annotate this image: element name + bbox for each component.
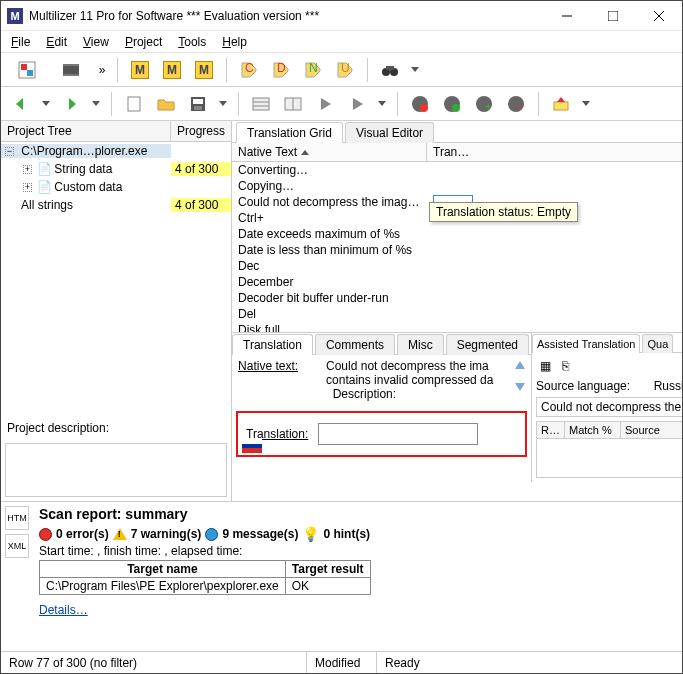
reel-red-button[interactable] bbox=[406, 90, 434, 118]
tree-string-data-row[interactable]: + 📄 String data 4 of 300 bbox=[1, 160, 231, 178]
build-dropdown[interactable] bbox=[579, 101, 593, 106]
report-title: Scan report: summary bbox=[39, 506, 674, 522]
expand-icon[interactable]: + bbox=[23, 183, 32, 192]
overflow-icon[interactable]: » bbox=[95, 63, 109, 77]
play2-button[interactable] bbox=[343, 90, 371, 118]
svg-rect-21 bbox=[253, 98, 269, 110]
col-tran[interactable]: Tran… bbox=[427, 143, 683, 161]
assist-btn-2[interactable]: ⎘ bbox=[556, 357, 574, 375]
grid-row[interactable]: Date exceeds maximum of %s bbox=[232, 226, 683, 242]
grid-row[interactable]: Del bbox=[232, 306, 683, 322]
tree-all-strings-row[interactable]: All strings 4 of 300 bbox=[1, 196, 231, 214]
forward-dropdown[interactable] bbox=[89, 101, 103, 106]
grid-cell-native: Del bbox=[232, 307, 427, 321]
tag-c-button[interactable]: C bbox=[235, 56, 263, 84]
menubar: File Edit View Project Tools Help bbox=[1, 31, 682, 53]
binoculars-button[interactable] bbox=[376, 56, 404, 84]
grid-pane: Translation Grid Visual Editor Native Te… bbox=[232, 121, 683, 501]
assist-btn-1[interactable]: ▦ bbox=[536, 357, 554, 375]
svg-text:N: N bbox=[309, 61, 318, 75]
forward-button[interactable] bbox=[57, 90, 85, 118]
tab-translation-grid[interactable]: Translation Grid bbox=[236, 122, 343, 143]
open-button[interactable] bbox=[152, 90, 180, 118]
tree-header-progress[interactable]: Progress bbox=[171, 121, 231, 141]
tab-qa[interactable]: Qua bbox=[642, 334, 673, 353]
minimize-button[interactable] bbox=[544, 1, 590, 31]
assist-col-source[interactable]: Source bbox=[621, 422, 683, 438]
project-desc-box[interactable] bbox=[5, 443, 227, 497]
menu-tools[interactable]: Tools bbox=[172, 33, 212, 51]
menu-project[interactable]: Project bbox=[119, 33, 168, 51]
col-native[interactable]: Native Text bbox=[232, 143, 427, 161]
m-button-1[interactable]: M bbox=[126, 56, 154, 84]
grid-row[interactable]: Converting… bbox=[232, 162, 683, 178]
m-button-2[interactable]: M bbox=[158, 56, 186, 84]
new-button[interactable] bbox=[120, 90, 148, 118]
reel-green-button[interactable] bbox=[438, 90, 466, 118]
grid-button-2[interactable] bbox=[279, 90, 307, 118]
save-dropdown[interactable] bbox=[216, 101, 230, 106]
tab-comments[interactable]: Comments bbox=[315, 334, 395, 355]
grid-row[interactable]: December bbox=[232, 274, 683, 290]
reel-minus-button[interactable]: − bbox=[502, 90, 530, 118]
save-button[interactable] bbox=[184, 90, 212, 118]
play-dropdown[interactable] bbox=[375, 101, 389, 106]
grid-row[interactable]: Date is less than minimum of %s bbox=[232, 242, 683, 258]
grid-tabs: Translation Grid Visual Editor bbox=[232, 121, 683, 143]
build-button[interactable] bbox=[547, 90, 575, 118]
maximize-button[interactable] bbox=[590, 1, 636, 31]
menu-help[interactable]: Help bbox=[216, 33, 253, 51]
tab-misc[interactable]: Misc bbox=[397, 334, 444, 355]
assist-col-match[interactable]: Match % bbox=[565, 422, 621, 438]
html-report-icon[interactable]: HTM bbox=[5, 506, 29, 530]
grid-body: Converting…Copying…Could not decompress … bbox=[232, 162, 683, 332]
tag-n-button[interactable]: N bbox=[299, 56, 327, 84]
film-button[interactable] bbox=[51, 56, 91, 84]
svg-rect-20 bbox=[194, 106, 202, 110]
wizard-button[interactable] bbox=[7, 56, 47, 84]
reel-plus-button[interactable]: + bbox=[470, 90, 498, 118]
next-icon[interactable] bbox=[515, 383, 525, 391]
menu-edit[interactable]: Edit bbox=[40, 33, 73, 51]
collapse-icon[interactable]: − bbox=[5, 147, 14, 156]
dropdown-icon[interactable] bbox=[408, 67, 422, 72]
xml-report-icon[interactable]: XML bbox=[5, 534, 29, 558]
svg-rect-1 bbox=[608, 11, 618, 21]
grid-row[interactable]: Copying… bbox=[232, 178, 683, 194]
status-tooltip: Translation status: Empty bbox=[429, 202, 578, 222]
details-link[interactable]: Details… bbox=[39, 603, 88, 617]
tag-d-button[interactable]: D bbox=[267, 56, 295, 84]
play-button[interactable] bbox=[311, 90, 339, 118]
tree-root-row[interactable]: − C:\Program…plorer.exe bbox=[1, 142, 231, 160]
grid-row[interactable]: Disk full bbox=[232, 322, 683, 332]
string-progress: 4 of 300 bbox=[171, 162, 231, 176]
tab-visual-editor[interactable]: Visual Editor bbox=[345, 122, 434, 143]
tag-u-button[interactable]: U bbox=[331, 56, 359, 84]
grid-cell-native: Could not decompress the image be… bbox=[232, 195, 427, 209]
back-button[interactable] bbox=[7, 90, 35, 118]
menu-view[interactable]: View bbox=[77, 33, 115, 51]
menu-file[interactable]: File bbox=[5, 33, 36, 51]
grid-cell-native: Decoder bit buffer under-run bbox=[232, 291, 427, 305]
m-button-3[interactable]: M bbox=[190, 56, 218, 84]
back-dropdown[interactable] bbox=[39, 101, 53, 106]
tab-segmented[interactable]: Segmented bbox=[446, 334, 529, 355]
tree-custom-data-row[interactable]: + 📄 Custom data bbox=[1, 178, 231, 196]
close-button[interactable] bbox=[636, 1, 682, 31]
assist-col-r[interactable]: R… bbox=[537, 422, 565, 438]
toolbar-1: » M M M C D N U bbox=[1, 53, 682, 87]
prev-icon[interactable] bbox=[515, 361, 525, 369]
report-th-result[interactable]: Target result bbox=[285, 561, 370, 578]
project-tree-pane: Project Tree Progress − C:\Program…plore… bbox=[1, 121, 232, 501]
grid-row[interactable]: Dec bbox=[232, 258, 683, 274]
report-th-target[interactable]: Target name bbox=[40, 561, 286, 578]
tab-translation[interactable]: Translation bbox=[232, 334, 313, 355]
grid-button-1[interactable] bbox=[247, 90, 275, 118]
grid-row[interactable]: Decoder bit buffer under-run bbox=[232, 290, 683, 306]
report-times: Start time: , finish time: , elapsed tim… bbox=[39, 544, 674, 558]
grid-cell-native: Converting… bbox=[232, 163, 427, 177]
expand-icon[interactable]: + bbox=[23, 165, 32, 174]
tree-header-project[interactable]: Project Tree bbox=[1, 121, 171, 141]
tab-assisted[interactable]: Assisted Translation bbox=[532, 334, 640, 353]
grid-cell-native: Date is less than minimum of %s bbox=[232, 243, 427, 257]
